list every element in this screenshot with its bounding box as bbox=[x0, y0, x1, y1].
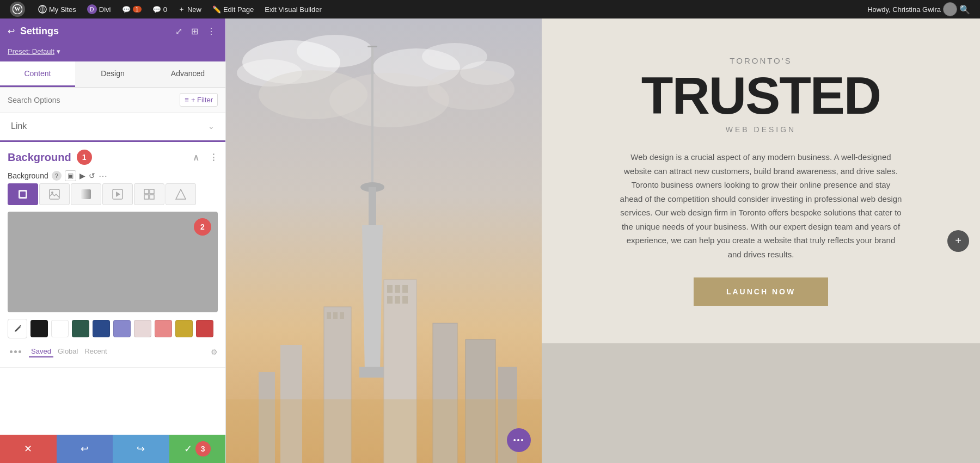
bg-type-video[interactable] bbox=[102, 183, 133, 205]
background-section: Background 1 ∧ ⋮ Background ? ▣ ▶ bbox=[0, 140, 225, 368]
web-design-label: WEB DESIGN bbox=[726, 125, 796, 134]
tab-content[interactable]: Content bbox=[0, 61, 75, 87]
preview-content: ••• TORONTO'S TRUSTED WEB DESIGN Web des… bbox=[226, 18, 980, 463]
bg-type-mask[interactable] bbox=[166, 183, 196, 205]
swatch-dark-green[interactable] bbox=[72, 320, 89, 337]
svg-rect-30 bbox=[369, 187, 376, 225]
svg-point-26 bbox=[427, 69, 514, 110]
save-icon: ✓ bbox=[184, 443, 192, 455]
description-text: Web design is a crucial aspect of any mo… bbox=[620, 150, 903, 261]
svg-marker-32 bbox=[359, 367, 387, 378]
svg-rect-49 bbox=[226, 399, 542, 463]
reply-item[interactable]: 💬 0 bbox=[148, 0, 171, 18]
filter-label: + Filter bbox=[191, 96, 213, 104]
color-settings-icon[interactable]: ⚙ bbox=[211, 348, 218, 356]
settings-content: Link ⌄ Background 1 ∧ ⋮ bbox=[0, 113, 225, 435]
wp-logo-icon: W bbox=[10, 2, 25, 17]
bottom-grey-section bbox=[542, 343, 980, 463]
badge-1: 1 bbox=[77, 150, 92, 165]
purple-options-circle[interactable]: ••• bbox=[507, 428, 531, 452]
reset-icon[interactable]: ↺ bbox=[89, 171, 95, 180]
launch-button[interactable]: LAUNCH NOW bbox=[694, 277, 828, 306]
bg-type-image[interactable] bbox=[39, 183, 70, 205]
undo-icon: ↩ bbox=[81, 443, 89, 455]
svg-rect-37 bbox=[387, 296, 393, 304]
controls-more-icon[interactable]: ⋯ bbox=[99, 171, 108, 181]
swatch-black[interactable] bbox=[30, 320, 48, 337]
save-button[interactable]: ✓ 3 bbox=[169, 435, 226, 463]
svg-rect-28 bbox=[367, 46, 377, 47]
exit-label: Exit Visual Builder bbox=[265, 5, 322, 14]
bg-controls-row: Background ? ▣ ▶ ↺ ⋯ bbox=[8, 170, 218, 181]
dot-3 bbox=[19, 350, 21, 353]
wp-logo-item[interactable]: W bbox=[5, 0, 32, 18]
color-tab-recent[interactable]: Recent bbox=[82, 346, 109, 357]
select-arrow-icon[interactable]: ▶ bbox=[79, 171, 85, 180]
chevron-down-icon: ⌄ bbox=[208, 122, 215, 131]
bg-type-gradient[interactable] bbox=[71, 183, 101, 205]
redo-button[interactable]: ↪ bbox=[113, 435, 169, 463]
more-options-icon[interactable]: ⋮ bbox=[205, 24, 218, 39]
search-icon[interactable]: 🔍 bbox=[959, 4, 970, 15]
svg-text:W: W bbox=[15, 5, 21, 12]
device-icon[interactable]: ▣ bbox=[65, 170, 76, 181]
comments-icon: 💬 bbox=[122, 5, 131, 14]
svg-rect-38 bbox=[395, 296, 400, 304]
toronto-label: TORONTO'S bbox=[730, 56, 792, 65]
color-tab-saved[interactable]: Saved bbox=[29, 346, 53, 357]
expand-icon[interactable]: ⤢ bbox=[173, 24, 185, 39]
svg-marker-11 bbox=[116, 192, 120, 197]
eyedropper-button[interactable] bbox=[8, 319, 27, 338]
svg-rect-34 bbox=[387, 285, 393, 293]
svg-point-19 bbox=[297, 35, 373, 67]
swatch-dark-blue[interactable] bbox=[93, 320, 110, 337]
section-more-icon[interactable]: ⋮ bbox=[209, 152, 218, 163]
city-photo: ••• bbox=[226, 18, 542, 463]
tab-advanced[interactable]: Advanced bbox=[150, 61, 225, 87]
search-input[interactable] bbox=[8, 96, 175, 104]
layout-icon[interactable]: ⊞ bbox=[189, 24, 200, 39]
divi-label: Divi bbox=[99, 5, 111, 14]
swatch-gold[interactable] bbox=[175, 320, 193, 337]
swatch-light-pink[interactable] bbox=[134, 320, 151, 337]
svg-rect-6 bbox=[20, 192, 26, 197]
bg-type-tabs bbox=[8, 181, 218, 212]
save-badge: 3 bbox=[195, 441, 211, 456]
bg-type-color[interactable] bbox=[8, 183, 38, 205]
swatch-medium-blue[interactable] bbox=[113, 320, 131, 337]
back-icon[interactable]: ↩ bbox=[8, 26, 15, 36]
cancel-button[interactable]: ✕ bbox=[0, 435, 57, 463]
redo-icon: ↪ bbox=[137, 443, 145, 455]
swatch-red[interactable] bbox=[196, 320, 213, 337]
collapse-icon[interactable]: ∧ bbox=[193, 152, 199, 163]
divi-item[interactable]: D Divi bbox=[83, 0, 115, 18]
color-tab-global[interactable]: Global bbox=[56, 346, 81, 357]
help-icon[interactable]: ? bbox=[52, 171, 62, 181]
bg-label: Background bbox=[8, 171, 48, 180]
reply-count: 0 bbox=[163, 5, 167, 14]
undo-button[interactable]: ↩ bbox=[57, 435, 113, 463]
my-sites-item[interactable]: My Sites bbox=[34, 0, 81, 18]
exit-builder-item[interactable]: Exit Visual Builder bbox=[260, 0, 326, 18]
swatch-white[interactable] bbox=[51, 320, 69, 337]
filter-button[interactable]: ≡ + Filter bbox=[180, 93, 218, 107]
user-greeting[interactable]: Howdy, Christina Gwira 🔍 bbox=[863, 0, 975, 18]
edit-page-label: Edit Page bbox=[223, 5, 254, 14]
filter-icon: ≡ bbox=[185, 96, 189, 104]
add-section-button[interactable]: + bbox=[947, 230, 969, 252]
svg-rect-9 bbox=[81, 189, 91, 199]
greeting-text: Howdy, Christina Gwira bbox=[867, 5, 941, 14]
dots-menu[interactable] bbox=[8, 348, 23, 355]
new-item[interactable]: ＋ New bbox=[174, 0, 206, 18]
tab-design[interactable]: Design bbox=[75, 61, 150, 87]
user-avatar bbox=[943, 2, 957, 16]
comments-item[interactable]: 💬 1 bbox=[118, 0, 146, 18]
svg-rect-41 bbox=[327, 312, 331, 319]
settings-header: ↩ Settings ⤢ ⊞ ⋮ bbox=[0, 18, 225, 44]
link-section-header[interactable]: Link ⌄ bbox=[0, 113, 225, 140]
edit-page-item[interactable]: ✏️ Edit Page bbox=[208, 0, 258, 18]
color-preview-area[interactable]: 2 bbox=[8, 212, 218, 312]
preset-label[interactable]: Preset: Default ▾ bbox=[8, 47, 60, 55]
bg-type-pattern[interactable] bbox=[134, 183, 164, 205]
swatch-salmon[interactable] bbox=[155, 320, 172, 337]
